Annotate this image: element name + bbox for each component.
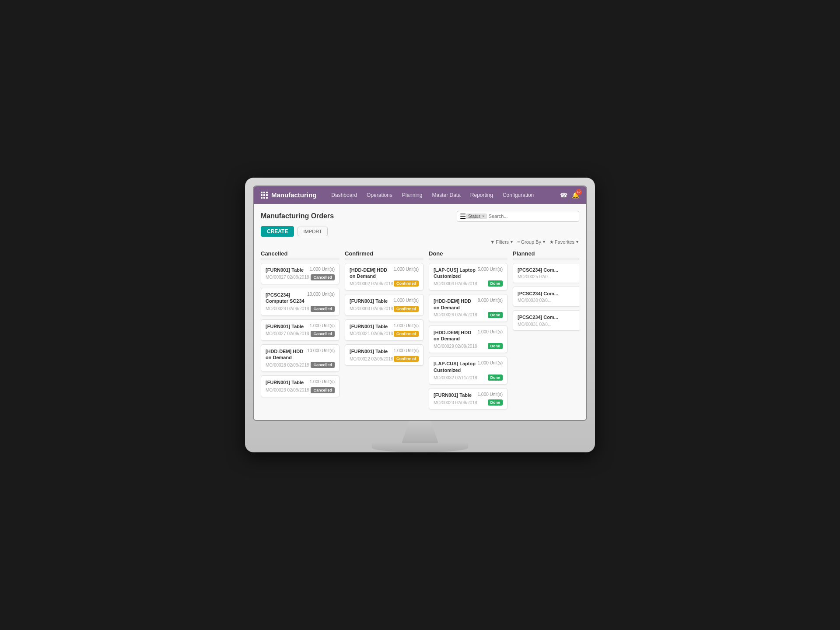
card-mo: MO/00031 02/0...: [518, 322, 551, 327]
brand: Manufacturing: [261, 191, 316, 199]
monitor-frame: Manufacturing Dashboard Operations Plann…: [245, 178, 595, 453]
navbar: Manufacturing Dashboard Operations Plann…: [254, 186, 586, 204]
favorites-arrow: ▼: [575, 240, 579, 244]
favorites-label: Favorites: [555, 239, 574, 245]
card-name: [HDD-DEM] HDD on Demand: [266, 348, 305, 361]
status-badge: Done: [488, 312, 503, 318]
nav-links: Dashboard Operations Planning Master Dat…: [327, 189, 560, 201]
kanban-card[interactable]: [FURN001] Table1.000 Unit(s)MO/00003 02/…: [345, 294, 424, 315]
main-content: Manufacturing Orders ☰ Status × CREATE I…: [254, 204, 586, 420]
kanban-card[interactable]: [FURN001] Table1.000 Unit(s)MO/00022 02/…: [345, 344, 424, 366]
card-mo: MO/00025 02/0...: [518, 274, 551, 279]
search-status-tag[interactable]: Status ×: [466, 214, 487, 219]
col-header-done: Done: [429, 250, 508, 259]
card-name: [FURN001] Table: [266, 267, 308, 273]
card-name: [PCSC234] Computer SC234: [266, 292, 305, 304]
col-header-confirmed: Confirmed: [345, 250, 424, 259]
filter-icon: ▼: [490, 239, 495, 245]
card-mo: MO/00029 02/09/2018: [434, 344, 477, 349]
list-icon: ≡: [517, 239, 520, 245]
search-icon: ☰: [460, 212, 466, 220]
nav-master-data[interactable]: Master Data: [427, 189, 465, 201]
notification-icon[interactable]: 🔔 17: [572, 192, 579, 199]
kanban-card[interactable]: [PCSC234] Com...MO/00025 02/0...: [513, 263, 579, 283]
kanban-card[interactable]: [PCSC234] Computer SC23410.000 Unit(s)MO…: [261, 288, 340, 316]
card-mo: MO/00028 02/09/2018: [266, 306, 309, 311]
filter-bar: ▼ Filters ▼ ≡ Group By ▼ ★ Favorites ▼: [261, 239, 579, 245]
search-input[interactable]: [489, 214, 576, 219]
card-name: [FURN001] Table: [266, 323, 308, 329]
card-name: [FURN001] Table: [350, 348, 392, 354]
kanban-card[interactable]: [FURN001] Table1.000 Unit(s)MO/00021 02/…: [345, 319, 424, 341]
kanban-card[interactable]: [FURN001] Table1.000 Unit(s)MO/00023 02/…: [261, 375, 340, 397]
monitor-stand: [253, 421, 587, 452]
import-button[interactable]: IMPORT: [298, 227, 328, 236]
status-badge: Confirmed: [394, 356, 419, 362]
nav-dashboard[interactable]: Dashboard: [327, 189, 361, 201]
grid-icon: [261, 192, 268, 199]
status-badge: Cancelled: [311, 274, 335, 280]
card-name: [HDD-DEM] HDD on Demand: [350, 267, 392, 280]
card-mo: MO/00002 02/09/2018: [350, 281, 393, 286]
status-badge: Cancelled: [311, 362, 335, 368]
stand-base: [372, 443, 468, 452]
group-by-arrow: ▼: [542, 240, 546, 244]
kanban-card[interactable]: [HDD-DEM] HDD on Demand10.000 Unit(s)MO/…: [261, 344, 340, 372]
kanban-col-planned: Planned[PCSC234] Com...MO/00025 02/0...[…: [513, 250, 579, 413]
kanban-card[interactable]: [FURN001] Table1.000 Unit(s)MO/00027 02/…: [261, 319, 340, 341]
card-mo: MO/00032 02/11/2018: [434, 375, 477, 380]
kanban-col-cancelled: Cancelled[FURN001] Table1.000 Unit(s)MO/…: [261, 250, 340, 413]
card-qty: 1.000 Unit(s): [394, 298, 419, 303]
create-button[interactable]: CREATE: [261, 226, 294, 237]
card-name: [FURN001] Table: [434, 392, 476, 398]
kanban-card[interactable]: [FURN001] Table1.000 Unit(s)MO/00023 02/…: [429, 388, 508, 410]
nav-reporting[interactable]: Reporting: [466, 189, 497, 201]
search-tag-label: Status: [468, 214, 480, 219]
favorites-dropdown[interactable]: ★ Favorites ▼: [550, 239, 579, 245]
search-bar: ☰ Status ×: [457, 211, 579, 222]
kanban-card[interactable]: [PCSC234] Com...MO/00031 02/0...: [513, 310, 579, 330]
status-badge: Done: [488, 399, 503, 406]
card-mo: MO/00028 02/09/2018: [266, 363, 309, 368]
kanban-card[interactable]: [PCSC234] Com...MO/00030 02/0...: [513, 287, 579, 307]
card-name: [FURN001] Table: [350, 323, 392, 329]
card-name: [HDD-DEM] HDD on Demand: [434, 329, 476, 342]
card-name: [FURN001] Table: [350, 298, 392, 304]
stand-neck: [394, 421, 446, 443]
kanban-card[interactable]: [LAP-CUS] Laptop Customized5.000 Unit(s)…: [429, 263, 508, 291]
status-badge: Confirmed: [394, 280, 419, 287]
card-mo: MO/00021 02/09/2018: [350, 331, 393, 336]
brand-name: Manufacturing: [271, 191, 316, 199]
col-header-planned: Planned: [513, 250, 579, 259]
group-by-label: Group By: [521, 239, 541, 245]
card-mo: MO/00027 02/09/2018: [266, 275, 309, 280]
group-by-dropdown[interactable]: ≡ Group By ▼: [517, 239, 546, 245]
kanban-card[interactable]: [HDD-DEM] HDD on Demand1.000 Unit(s)MO/0…: [345, 263, 424, 291]
col-header-cancelled: Cancelled: [261, 250, 340, 259]
nav-icons: ☎ 🔔 17: [560, 192, 579, 199]
card-name: [PCSC234] Com...: [518, 267, 579, 273]
nav-planning[interactable]: Planning: [398, 189, 427, 201]
card-qty: 1.000 Unit(s): [394, 267, 419, 272]
card-name: [PCSC234] Com...: [518, 314, 579, 320]
card-qty: 1.000 Unit(s): [394, 348, 419, 353]
phone-icon[interactable]: ☎: [560, 192, 567, 199]
filters-dropdown[interactable]: ▼ Filters ▼: [490, 239, 514, 245]
status-badge: Done: [488, 280, 503, 287]
card-qty: 1.000 Unit(s): [310, 379, 335, 384]
kanban-card[interactable]: [LAP-CUS] Laptop Customized1.000 Unit(s)…: [429, 357, 508, 385]
status-badge: Done: [488, 343, 503, 349]
nav-operations[interactable]: Operations: [362, 189, 397, 201]
status-badge: Cancelled: [311, 331, 335, 337]
status-badge: Confirmed: [394, 331, 419, 337]
card-mo: MO/00022 02/09/2018: [350, 357, 393, 361]
search-tag-close[interactable]: ×: [482, 214, 484, 218]
nav-configuration[interactable]: Configuration: [498, 189, 538, 201]
kanban-card[interactable]: [HDD-DEM] HDD on Demand8.000 Unit(s)MO/0…: [429, 294, 508, 322]
screen: Manufacturing Dashboard Operations Plann…: [253, 186, 587, 421]
kanban-card[interactable]: [HDD-DEM] HDD on Demand1.000 Unit(s)MO/0…: [429, 326, 508, 354]
card-mo: MO/00023 02/09/2018: [434, 400, 477, 405]
card-qty: 1.000 Unit(s): [478, 392, 503, 397]
card-qty: 1.000 Unit(s): [478, 329, 503, 334]
kanban-card[interactable]: [FURN001] Table1.000 Unit(s)MO/00027 02/…: [261, 263, 340, 284]
